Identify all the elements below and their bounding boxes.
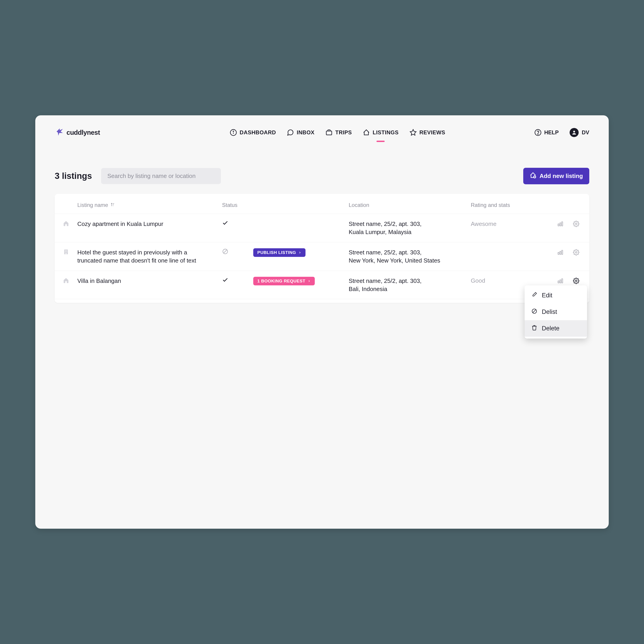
listings-table: Listing name Status Location Rating and …	[55, 194, 589, 303]
rating-text: Good	[471, 277, 485, 284]
logo-text: cuddlynest	[66, 129, 100, 136]
user-menu[interactable]: DV	[570, 128, 589, 137]
rating-text: Awesome	[471, 220, 497, 227]
svg-point-29	[575, 251, 577, 253]
stats-button[interactable]	[556, 220, 564, 228]
svg-rect-30	[558, 281, 559, 283]
info-icon	[230, 129, 237, 136]
svg-point-7	[573, 131, 575, 133]
svg-rect-3	[326, 131, 332, 135]
nav-dashboard[interactable]: Dashboard	[230, 125, 276, 140]
listing-name[interactable]: Villa in Balangan	[77, 277, 222, 285]
table-row: Cozy apartment in Kuala Lumpur Street na…	[55, 214, 589, 242]
blocked-icon	[531, 308, 537, 316]
settings-button[interactable]	[572, 277, 580, 285]
nav-listings-label: Listings	[373, 129, 399, 136]
svg-rect-22	[66, 251, 67, 252]
check-icon	[222, 220, 228, 227]
row-actions-dropdown: Edit Delist Delete	[525, 285, 587, 339]
nav-inbox[interactable]: Inbox	[287, 125, 315, 140]
nav-inbox-label: Inbox	[297, 129, 315, 136]
listing-type-icon	[55, 220, 77, 227]
svg-rect-31	[560, 280, 561, 283]
booking-request-button[interactable]: 1 booking request	[253, 277, 315, 285]
svg-rect-32	[562, 279, 563, 283]
svg-rect-28	[562, 250, 563, 254]
listing-location: Street name, 25/2, apt. 303, Bali, Indon…	[349, 277, 471, 293]
avatar-icon	[570, 128, 579, 137]
nav-reviews[interactable]: Reviews	[410, 125, 445, 140]
svg-rect-14	[558, 224, 559, 226]
svg-rect-16	[562, 222, 563, 226]
svg-rect-19	[65, 250, 66, 251]
listing-name[interactable]: Cozy apartment in Kuala Lumpur	[77, 220, 222, 228]
settings-button[interactable]	[572, 248, 580, 256]
svg-point-2	[233, 131, 234, 132]
svg-rect-27	[560, 251, 561, 254]
add-listing-button[interactable]: Add new listing	[523, 168, 589, 184]
nav-trips[interactable]: Trips	[325, 125, 352, 140]
home-plus-icon	[530, 172, 536, 180]
blocked-icon	[222, 248, 228, 256]
listing-name[interactable]: Hotel the guest stayed in previously wit…	[77, 248, 222, 265]
nav-trips-label: Trips	[335, 129, 352, 136]
settings-button[interactable]	[572, 220, 580, 228]
stats-button[interactable]	[556, 277, 564, 285]
logo[interactable]: cuddlynest	[55, 127, 100, 138]
stats-button[interactable]	[556, 248, 564, 256]
publish-listing-button[interactable]: Publish listing	[253, 248, 305, 257]
svg-rect-23	[66, 253, 66, 254]
check-icon	[222, 277, 228, 284]
svg-rect-20	[66, 250, 67, 251]
table-row: Hotel the guest stayed in previously wit…	[55, 242, 589, 271]
header-right: HELP DV	[534, 128, 589, 137]
dropdown-delete[interactable]: Delete	[525, 320, 587, 337]
nav-listings[interactable]: Listings	[363, 125, 399, 140]
svg-point-6	[537, 134, 538, 134]
help-icon	[534, 129, 542, 136]
chat-icon	[287, 129, 294, 136]
svg-rect-21	[65, 251, 66, 252]
edit-icon	[531, 292, 537, 299]
trash-icon	[531, 325, 537, 332]
table-header: Listing name Status Location Rating and …	[55, 194, 589, 214]
svg-point-33	[575, 280, 577, 282]
avatar-initials: DV	[582, 129, 589, 136]
sort-icon	[110, 202, 115, 208]
listing-location: Street name, 25/2, apt. 303, New York, N…	[349, 248, 471, 265]
nav-reviews-label: Reviews	[419, 129, 445, 136]
page-title: 3 listings	[55, 171, 92, 181]
listing-type-icon	[55, 248, 77, 255]
search-input[interactable]	[101, 168, 221, 184]
table-row: Villa in Balangan 1 booking request Stre…	[55, 271, 589, 299]
col-header-rating[interactable]: Rating and stats	[471, 202, 580, 208]
header: cuddlynest Dashboard Inbox Trips	[55, 124, 589, 141]
col-header-name[interactable]: Listing name	[77, 202, 222, 208]
table-footer	[55, 299, 589, 303]
help-button[interactable]: HELP	[534, 129, 559, 136]
search-box	[101, 168, 221, 184]
main-nav: Dashboard Inbox Trips Listings	[189, 125, 445, 140]
svg-rect-15	[560, 223, 561, 226]
col-header-location[interactable]: Location	[349, 202, 471, 208]
suitcase-icon	[325, 129, 333, 136]
dropdown-delist[interactable]: Delist	[525, 304, 587, 320]
svg-line-25	[223, 250, 227, 253]
listing-location: Street name, 25/2, apt. 303, Kuala Lumpu…	[349, 220, 471, 236]
star-icon	[410, 129, 417, 136]
svg-rect-26	[558, 252, 559, 254]
toolbar: 3 listings Add new listing	[55, 168, 589, 184]
svg-line-35	[533, 310, 536, 313]
add-listing-label: Add new listing	[540, 173, 583, 180]
listing-type-icon	[55, 277, 77, 284]
dropdown-edit[interactable]: Edit	[525, 287, 587, 304]
svg-marker-4	[410, 130, 416, 135]
col-header-status[interactable]: Status	[222, 202, 349, 208]
home-icon	[363, 129, 370, 136]
app-window: cuddlynest Dashboard Inbox Trips	[35, 115, 609, 529]
svg-point-17	[575, 223, 577, 225]
logo-icon	[55, 127, 65, 138]
help-label: HELP	[544, 129, 559, 136]
nav-dashboard-label: Dashboard	[240, 129, 276, 136]
